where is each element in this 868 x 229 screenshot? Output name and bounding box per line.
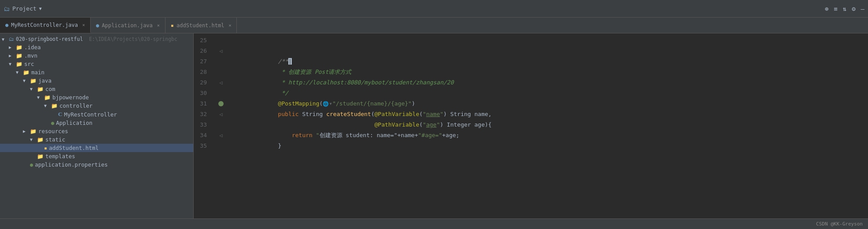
gutter-27 (216, 56, 226, 67)
sidebar-item-root[interactable]: ▼ 🗂 020-springboot-restful E:\IDEA\Proje… (0, 35, 193, 43)
gutter: ◁ ◁ ◁ ◁ (216, 35, 226, 217)
icon-globe[interactable]: ⊕ (825, 5, 828, 12)
arrow-controller: ▼ (44, 103, 51, 108)
label-idea: .idea (24, 44, 41, 51)
tab-close-application[interactable]: ✕ (157, 23, 160, 28)
code-area: 25 26 27 28 29 30 31 32 33 34 35 ◁ ◁ (194, 33, 868, 218)
line-num-30: 30 (194, 88, 210, 98)
tab-icon-addstudent: ▪ (171, 22, 174, 29)
tab-application[interactable]: ● Application.java ✕ (91, 18, 166, 33)
label-myrestcontroller-file: MyRestController (64, 111, 117, 118)
tab-myrestcontroller[interactable]: ● MyRestController.java ✕ (0, 18, 91, 33)
icon-folder-root: 🗂 (9, 36, 14, 42)
icon-settings[interactable]: ⚙ (852, 5, 855, 12)
sidebar[interactable]: ▼ 🗂 020-springboot-restful E:\IDEA\Proje… (0, 33, 194, 218)
icon-myrestcontroller-file: C (58, 111, 62, 118)
icon-folder-static: 📁 (37, 137, 44, 143)
gutter-34: ◁ (216, 130, 226, 141)
arrow-root: ▼ (2, 37, 9, 42)
tab-icon-application: ● (96, 22, 99, 29)
tab-close-addstudent[interactable]: ✕ (228, 23, 231, 28)
tab-icon-myrestcontroller: ● (5, 22, 8, 28)
line-num-35: 35 (194, 141, 210, 151)
tab-bar: ● MyRestController.java ✕ ● Application.… (0, 18, 868, 33)
arrow-idea: ▶ (9, 45, 16, 50)
gutter-32: ◁ (216, 109, 226, 120)
label-templates: templates (45, 153, 75, 160)
editor[interactable]: 25 26 27 28 29 30 31 32 33 34 35 ◁ ◁ (194, 33, 868, 218)
icon-folder-java: 📁 (30, 78, 37, 84)
arrow-resources: ▶ (23, 129, 30, 134)
bottom-bar: CSDN @KK-Greyson (0, 218, 868, 229)
sidebar-item-idea[interactable]: ▶ 📁 .idea (0, 43, 193, 51)
tab-label-myrestcontroller: MyRestController.java (11, 22, 78, 28)
sidebar-item-java[interactable]: ▼ 📁 java (0, 76, 193, 85)
icon-arrows[interactable]: ⇅ (843, 5, 846, 12)
label-java: java (38, 77, 51, 84)
project-name-label: Project (12, 5, 37, 12)
sidebar-item-src[interactable]: ▼ 📁 src (0, 60, 193, 68)
sidebar-item-main[interactable]: ▼ 📁 main (0, 68, 193, 76)
icon-folder-mvn: 📁 (16, 53, 22, 59)
sidebar-item-addstudent-file[interactable]: ▪ addStudent.html (0, 144, 193, 152)
sidebar-item-static[interactable]: ▼ 📁 static (0, 135, 193, 144)
sidebar-item-mvn[interactable]: ▶ 📁 .mvn (0, 51, 193, 60)
arrow-static: ▼ (30, 137, 37, 142)
icon-appprops: ● (30, 162, 33, 168)
tab-label-application: Application.java (102, 22, 153, 29)
label-appprops: application.properties (35, 161, 108, 168)
arrow-main: ▼ (16, 70, 23, 75)
icon-folder-idea: 📁 (16, 44, 22, 51)
tab-label-addstudent: addStudent.html (177, 22, 224, 29)
code-line-26: /**| (230, 46, 868, 56)
sidebar-item-resources[interactable]: ▶ 📁 resources (0, 127, 193, 135)
icon-structure[interactable]: ≡ (834, 5, 837, 12)
sidebar-item-appprops[interactable]: ● application.properties (0, 160, 193, 169)
code-line-35 (230, 141, 868, 151)
code-line-27: * 创建资源 Post请求方式 (230, 56, 868, 67)
main-content: ▼ 🗂 020-springboot-restful E:\IDEA\Proje… (0, 33, 868, 218)
sidebar-item-com[interactable]: ▼ 📁 com (0, 85, 193, 93)
project-dropdown-arrow[interactable]: ▼ (39, 6, 42, 11)
gutter-25 (216, 35, 226, 46)
label-static: static (45, 136, 65, 143)
sidebar-item-controller[interactable]: ▼ 📁 controller (0, 102, 193, 110)
label-application-file: Application (56, 120, 92, 126)
line-num-27: 27 (194, 56, 210, 67)
icon-folder-templates: 📁 (37, 153, 44, 160)
sidebar-item-bjpowernode[interactable]: ▼ 📁 bjpowernode (0, 93, 193, 102)
icon-folder-bjpowernode: 📁 (44, 95, 51, 101)
arrow-bjpowernode: ▼ (37, 95, 44, 100)
line-num-25: 25 (194, 35, 210, 46)
project-title[interactable]: 🗂 Project ▼ (4, 5, 42, 12)
code-line-25 (230, 35, 868, 46)
label-main: main (31, 69, 44, 76)
sidebar-item-myrestcontroller-file[interactable]: C MyRestController (0, 110, 193, 119)
label-bjpowernode: bjpowernode (52, 94, 89, 101)
line-num-26: 26 (194, 46, 210, 56)
label-root: 020-springboot-restful E:\IDEA\Projects\… (16, 36, 177, 42)
gutter-35 (216, 141, 226, 151)
label-src: src (24, 61, 34, 67)
icon-addstudent-file: ▪ (44, 145, 47, 151)
label-addstudent-file: addStudent.html (49, 145, 99, 151)
tab-close-myrestcontroller[interactable]: ✕ (82, 22, 85, 27)
icon-folder-com: 📁 (37, 86, 44, 92)
icon-folder-main: 📁 (23, 69, 29, 76)
line-num-32: 32 (194, 109, 210, 120)
label-com: com (45, 86, 55, 92)
arrow-mvn: ▶ (9, 53, 16, 58)
line-num-34: 34 (194, 130, 210, 141)
arrow-com: ▼ (30, 87, 37, 91)
tab-addstudent[interactable]: ▪ addStudent.html ✕ (166, 18, 237, 33)
project-folder-icon: 🗂 (4, 5, 10, 12)
sidebar-item-templates[interactable]: 📁 templates (0, 152, 193, 160)
sidebar-item-application-file[interactable]: ● Application (0, 119, 193, 127)
line-numbers: 25 26 27 28 29 30 31 32 33 34 35 (194, 35, 216, 217)
title-bar-icons: ⊕ ≡ ⇅ ⚙ — (825, 5, 864, 12)
gutter-26: ◁ (216, 46, 226, 56)
icon-minimize[interactable]: — (861, 5, 864, 12)
arrow-src: ▼ (9, 62, 16, 66)
code-lines[interactable]: /**| * 创建资源 Post请求方式 * http://localhost:… (226, 35, 868, 217)
label-mvn: .mvn (24, 52, 37, 59)
